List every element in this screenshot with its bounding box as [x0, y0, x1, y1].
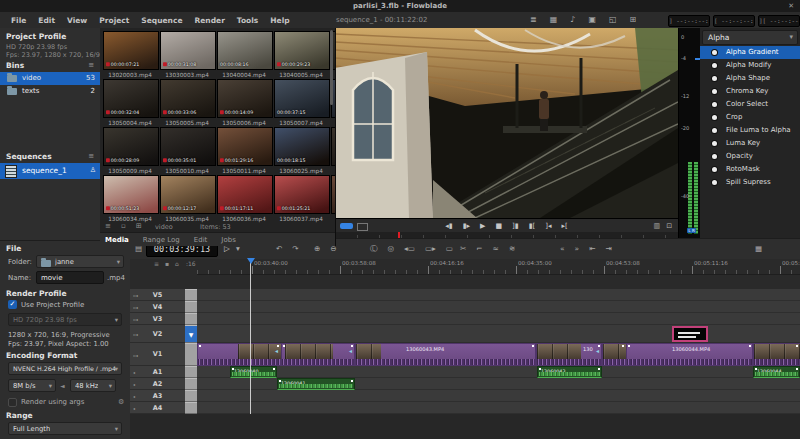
media-item[interactable]: 00:01:29:1613050011.mp4: [217, 127, 271, 174]
filter-item[interactable]: Luma Key: [700, 137, 800, 150]
encoding-dropdown[interactable]: NVENC H.264 High Profile / .mp4 ▾: [8, 362, 122, 375]
image-size-icon[interactable]: ⊡: [666, 219, 672, 233]
filter-item[interactable]: RotoMask: [700, 163, 800, 176]
menu-view[interactable]: View: [62, 16, 92, 25]
media-item[interactable]: 00:00:08:1613040004.mp4: [217, 31, 271, 78]
tools-grid-icon[interactable]: ▦: [755, 239, 762, 259]
audio-clip[interactable]: 13060040: [230, 366, 277, 378]
video-preview[interactable]: [335, 28, 678, 218]
filter-category-dropdown[interactable]: Alpha ▾: [702, 30, 798, 45]
tab-jobs[interactable]: Jobs: [221, 236, 235, 244]
menu-edit[interactable]: Edit: [33, 16, 60, 25]
track-activator-v4[interactable]: [185, 301, 197, 313]
audio-clip[interactable]: 13060044: [753, 366, 800, 378]
media-item[interactable]: 00:00:35:0113050010.mp4: [160, 127, 214, 174]
sequences-menu-icon[interactable]: ≡: [88, 152, 94, 160]
use-project-profile-checkbox[interactable]: ✓: [8, 300, 17, 309]
resync-icon[interactable]: ≈: [493, 239, 499, 259]
track-header-a4[interactable]: ◂A4: [130, 402, 185, 414]
splice-out-icon[interactable]: ✂: [460, 239, 466, 259]
track-activator-a4[interactable]: [185, 402, 197, 414]
track-activator-v1[interactable]: [185, 343, 197, 366]
video-clip[interactable]: 13060043.MP4: [355, 343, 536, 366]
grid-view-icon[interactable]: ⊞: [136, 222, 142, 230]
audio-levels-icon[interactable]: ♪: [570, 15, 575, 25]
bin-row-texts[interactable]: texts2: [0, 85, 100, 98]
media-panel-icon[interactable]: ▦: [550, 15, 558, 25]
track-activator-a3[interactable]: [185, 390, 197, 402]
bin-row-video[interactable]: video53: [0, 72, 100, 85]
sync-all-icon[interactable]: ≋: [509, 239, 515, 259]
menu-help[interactable]: Help: [265, 16, 294, 25]
sequence-row[interactable]: sequence_1♙: [0, 163, 100, 179]
name-input[interactable]: movie: [36, 271, 104, 284]
media-item[interactable]: 00:00:12:1713060035.mp4: [160, 175, 214, 222]
track-header-a2[interactable]: ◂A2: [130, 378, 185, 390]
trim-prev-icon[interactable]: «: [560, 239, 565, 259]
media-item[interactable]: 00:00:32:0413050004.mp4: [103, 79, 157, 126]
mixer-icon[interactable]: ≣: [530, 15, 537, 25]
track-activator-v5[interactable]: [185, 289, 197, 301]
insert-after-icon[interactable]: ▭▸: [425, 239, 436, 259]
prev-frame-icon[interactable]: ◂▮: [445, 219, 452, 233]
filter-item[interactable]: Alpha Shape: [700, 72, 800, 85]
media-item[interactable]: 00:00:28:0913050009.mp4: [103, 127, 157, 174]
timeline-ruler[interactable]: 00:03:40:0000:03:58:0800:04:16:1600:04:3…: [197, 258, 800, 275]
video-clip[interactable]: 130◂: [536, 343, 602, 366]
media-item-partial[interactable]: 130: [331, 175, 336, 222]
gear-icon[interactable]: ⚙: [118, 398, 124, 406]
close-icon[interactable]: ✕: [788, 0, 794, 12]
play-icon[interactable]: ▶: [480, 219, 485, 233]
video-clip[interactable]: ◂: [197, 343, 281, 366]
title-clip[interactable]: [672, 326, 708, 342]
snap-icon[interactable]: ▪: [165, 260, 169, 267]
small-thumb-icon[interactable]: ▫: [121, 222, 126, 230]
profile-dropdown[interactable]: HD 720p 23.98 fps ▾: [8, 313, 122, 326]
track-activator-a1[interactable]: [185, 366, 197, 378]
overwrite-icon[interactable]: ▭: [446, 239, 453, 259]
mark-in-icon[interactable]: ]▮: [512, 219, 519, 233]
track-list-icon[interactable]: ≡: [154, 260, 159, 267]
track-header-a3[interactable]: ◂A3: [130, 390, 185, 402]
track-header-a1[interactable]: ◂A1: [130, 366, 185, 378]
video-clip[interactable]: ◂: [281, 343, 355, 366]
filter-item[interactable]: Alpha Gradient: [700, 46, 800, 59]
filter-item[interactable]: Color Select: [700, 98, 800, 111]
video-clip[interactable]: [602, 343, 626, 366]
filter-item[interactable]: Crop: [700, 111, 800, 124]
to-mark-in-icon[interactable]: ]◂: [545, 219, 551, 233]
media-scrollbar[interactable]: [330, 30, 333, 105]
layout-grid-icon[interactable]: ⊞: [630, 15, 637, 25]
stop-icon[interactable]: ■: [495, 219, 502, 233]
home-icon[interactable]: ⌂: [175, 260, 179, 267]
log-range-icon[interactable]: Ⓛ: [370, 239, 378, 259]
tab-edit[interactable]: Edit: [194, 236, 208, 244]
fullscreen-icon[interactable]: ◱: [609, 15, 617, 25]
to-end-icon[interactable]: ⇥: [605, 239, 611, 259]
video-clip[interactable]: [753, 343, 800, 366]
to-start-icon[interactable]: ⇤: [589, 239, 595, 259]
media-item[interactable]: 00:00:31:0813030003.mp4: [160, 31, 214, 78]
filter-item[interactable]: File Luma to Alpha: [700, 124, 800, 137]
menu-project[interactable]: Project: [94, 16, 134, 25]
filter-item[interactable]: Alpha Modify: [700, 59, 800, 72]
video-clip[interactable]: 13060044.MP4: [626, 343, 753, 366]
media-item[interactable]: 00:01:17:1113060036.mp4: [217, 175, 271, 222]
media-item[interactable]: 00:00:07:2113020003.mp4: [103, 31, 157, 78]
mark-out-icon[interactable]: ▮[: [529, 219, 536, 233]
range-dropdown[interactable]: Full Length ▾: [8, 422, 122, 435]
render-args-checkbox[interactable]: [8, 398, 17, 407]
bins-menu-icon[interactable]: ≡: [88, 61, 94, 69]
trim-next-icon[interactable]: »: [575, 239, 580, 259]
media-item[interactable]: 00:00:51:2313060034.mp4: [103, 175, 157, 222]
track-activator-a2[interactable]: [185, 378, 197, 390]
media-item[interactable]: 00:00:18:1513060025.mp4: [274, 127, 328, 174]
track-header-v1[interactable]: ▫◂V1: [130, 343, 185, 366]
menu-render[interactable]: Render: [189, 16, 229, 25]
list-view-icon[interactable]: ≡: [105, 222, 111, 230]
marker-icon[interactable]: ◎: [388, 239, 395, 259]
menu-tools[interactable]: Tools: [232, 16, 263, 25]
next-frame-icon[interactable]: ▮▸: [463, 219, 470, 233]
media-item[interactable]: 00:00:29:2313040005.mp4: [274, 31, 328, 78]
track-header-v5[interactable]: ▫◂V5: [130, 289, 185, 301]
